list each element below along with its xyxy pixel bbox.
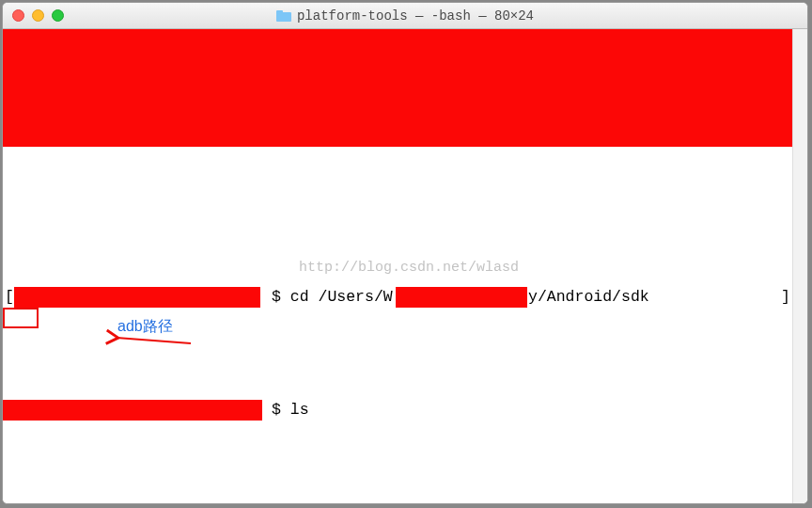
bracket: [ <box>5 288 14 307</box>
cmd: $ cd /Users/W <box>272 288 393 307</box>
scrollbar[interactable] <box>792 29 807 503</box>
terminal-body[interactable]: [ $ cd /Users/W y/Android/sdk ] $ ls SDK… <box>3 29 807 503</box>
bracket: ] <box>781 288 790 307</box>
watermark: http://blog.csdn.net/wlasd <box>299 259 519 278</box>
traffic-lights <box>3 9 64 22</box>
cmd: $ ls <box>272 401 309 420</box>
titlebar: platform-tools — -bash — 80×24 <box>3 3 807 29</box>
annotation-label: adb路径 <box>117 317 173 336</box>
redaction <box>396 287 527 308</box>
title-text: platform-tools — -bash — 80×24 <box>297 8 534 24</box>
redaction <box>14 287 260 308</box>
redaction <box>3 400 262 421</box>
close-button[interactable] <box>12 9 24 22</box>
terminal-content[interactable]: [ $ cd /Users/W y/Android/sdk ] $ ls SDK… <box>3 29 792 503</box>
window-title: platform-tools — -bash — 80×24 <box>3 8 807 24</box>
redaction-block <box>3 29 792 147</box>
maximize-button[interactable] <box>52 9 64 22</box>
svg-line-0 <box>117 338 191 343</box>
minimize-button[interactable] <box>32 9 44 22</box>
folder-icon <box>276 10 291 22</box>
terminal-window: platform-tools — -bash — 80×24 [ $ cd /U… <box>2 2 808 504</box>
path-tail: y/Android/sdk <box>528 288 649 307</box>
